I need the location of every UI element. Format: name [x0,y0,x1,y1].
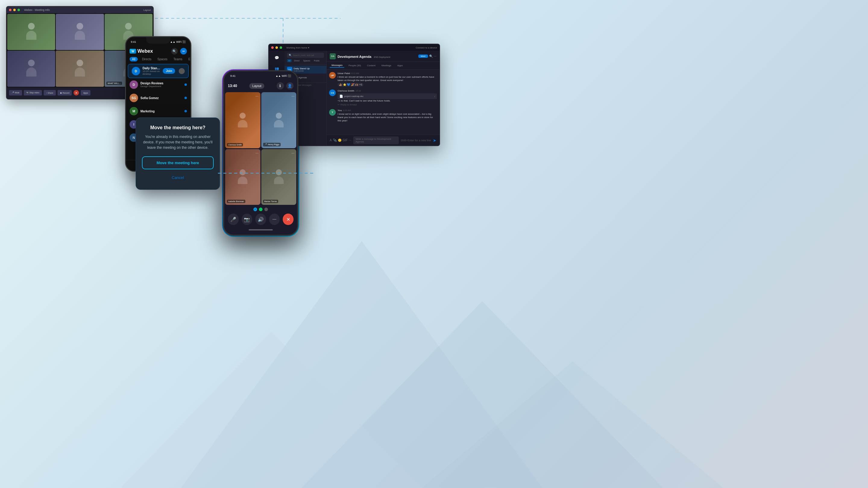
video-cell-1 [7,14,55,50]
filter-tab-edit[interactable]: Edit [187,57,190,61]
video-cell-2 [56,14,104,50]
chat-time-you: 8:30 AM [343,109,351,111]
move-meeting-dialog: Move the meeting here? You're already in… [135,118,220,190]
gif-icon[interactable]: GIF [343,138,348,142]
participant-video-4 [7,51,55,87]
titlebar-label: Webex · Meeting Info [24,8,50,11]
cancel-button[interactable]: Cancel [142,173,214,182]
reply-thread[interactable]: ↩ Reply to thread [338,103,437,106]
teams-title: Working from home ▾ [286,46,309,49]
format-icon[interactable]: A [330,138,332,142]
maximize-dot-right[interactable] [280,46,282,49]
minimize-dot[interactable] [13,9,16,11]
apps-button[interactable]: Apps [81,90,90,96]
channel-badge: ENG Deployment [374,56,390,58]
search-placeholder: Search, meet, and call [293,54,314,56]
compose-icon[interactable]: ✏ [180,48,187,55]
webex-logo: W Webex [130,48,153,54]
download-icon[interactable]: ↓ [434,95,435,97]
more-control[interactable]: ··· [269,214,280,225]
teams-header: DA Development Agenda ENG Deployment Mee… [327,51,439,62]
meeting-video-grid: ··· Clarissa Smith ··· 🎤 Henry Riggs [224,91,297,206]
chat-meta-you: You 8:30 AM [338,109,437,112]
filter-tab-all[interactable]: All [130,57,138,61]
more-options-icon-3[interactable]: ··· [255,151,258,155]
search-icon-chat[interactable]: 🔍 [429,55,433,58]
phone-notch [146,37,170,44]
more-compose-icon[interactable]: ··· [349,138,351,142]
meeting-info-standup: Daily Stand Up 13:29 Joined on desktop [143,67,160,75]
search-icon-teams: 🔍 [289,54,292,57]
maximize-dot[interactable] [18,9,20,11]
participant-isabelle: ··· Isabelle Brennan [225,149,260,205]
chat-message-3: Y You 8:30 AM I know we're on tight sche… [329,109,437,123]
emoji-icon[interactable]: 🙂 [338,138,341,142]
indicator-gray [264,207,268,211]
participant-video-2 [56,14,104,50]
filter-public[interactable]: Public [313,59,321,62]
mic-icon: 🎤 [264,143,267,146]
meeting-item-daily-standup[interactable]: D Daily Stand Up 13:29 Joined on desktop… [128,64,189,78]
meet-button[interactable]: Meet [418,55,428,58]
laptop-right-titlebar: Working from home ▾ Connect to a device [269,44,439,51]
info-icon[interactable]: ℹ [277,82,284,90]
mute-button[interactable]: 🎤 Mute [9,90,22,96]
tab-apps[interactable]: Apps [396,64,404,67]
end-call-button[interactable]: ✕ [73,90,79,96]
reaction-emoji[interactable]: 👍🏽 ⭐ 💙 🎉 🙌🏽 +5 [338,83,364,87]
join-button[interactable]: Join [163,68,175,74]
share-button[interactable]: ↑ Share [44,90,56,96]
camera-control[interactable]: 📷 [242,214,253,225]
layout-button[interactable]: Layout [249,83,264,89]
tab-people[interactable]: People (30) [347,64,363,67]
meeting-item-marketing[interactable]: M Marketing [126,104,190,118]
teams-filter-tabs: All Direct Spaces Public [287,59,324,62]
tab-content[interactable]: Content [365,64,377,67]
filter-tab-spaces[interactable]: Spaces [156,57,169,61]
filter-tab-teams[interactable]: Teams [172,57,184,61]
filter-tab-directs[interactable]: Directs [140,57,153,61]
chat-message-1: UP Umar Patel 8:12 AM I think we should … [329,72,437,87]
move-meeting-button[interactable]: Move the meeting here [142,156,214,169]
dialog-title: Move the meeting here? [142,125,214,130]
chat-attachment[interactable]: 📄 project-roadmap.doc ↓ [338,93,437,99]
filter-spaces[interactable]: Spaces [302,59,311,62]
more-options-icon-4[interactable]: ··· [291,151,294,155]
attach-icon[interactable]: 📎 [333,138,337,142]
tab-meetings[interactable]: Meetings [380,64,393,67]
tab-messages[interactable]: Messages [330,63,344,68]
filter-all[interactable]: All [287,59,292,62]
meeting-name-standup: Daily Stand Up [143,67,160,70]
end-call-control[interactable]: ✕ [283,214,293,225]
unread-dot-design [184,84,187,86]
send-icon[interactable]: ➤ [433,138,436,143]
participant-clarissa: ··· Clarissa Smith [225,92,260,148]
sidebar-icon-chat[interactable]: 💬 [272,53,281,62]
compose-input[interactable]: Write a message to Development Agenda [353,136,399,144]
meeting-item-design-reviews[interactable]: D Design Reviews Design Department [126,78,190,91]
more-options-icon[interactable]: ··· [255,94,258,98]
minimize-dot-right[interactable] [276,46,278,49]
close-dot-right[interactable] [271,46,274,49]
meeting-sub-design: Design Department [141,85,182,88]
participants-icon[interactable]: 👤 [286,82,293,90]
stop-video-button[interactable]: 📷 Stop video [24,90,42,96]
signal-icons: ▲▲ WiFi ⬛ [170,40,186,43]
unread-dot-sofia [184,97,187,99]
search-icon[interactable]: 🔍 [171,48,178,55]
phone-right-status-bar: 9:41 ▲▲ WiFi ⬛ [224,71,297,80]
compose-action-icons: A 📎 🙂 GIF ··· [330,138,351,142]
meeting-name-design: Design Reviews [141,82,182,85]
participant-marise: ··· Marise Torres [261,149,297,205]
teams-search[interactable]: 🔍 Search, meet, and call [287,53,324,58]
more-icon-chat[interactable]: ··· [434,55,436,58]
close-dot[interactable] [9,9,11,11]
speaker-control[interactable]: 🔊 [255,214,266,225]
more-options-icon-2[interactable]: ··· [291,94,294,98]
connect-device[interactable]: Connect to a device [415,46,437,49]
filter-direct[interactable]: Direct [293,59,301,62]
participant-name-isabelle: Isabelle Brennan [227,200,245,203]
meeting-item-sofia[interactable]: SG Sofia Gomez [126,91,190,104]
record-button[interactable]: ⏺ Record [58,90,72,96]
mute-control[interactable]: 🎤 [228,214,239,225]
